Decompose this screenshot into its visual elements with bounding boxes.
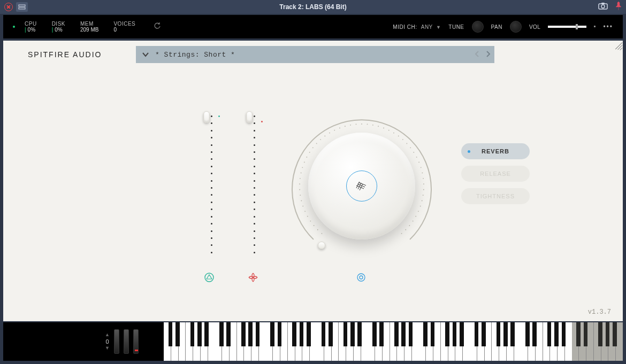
knob-face[interactable] <box>308 133 415 239</box>
svg-point-45 <box>416 157 417 158</box>
black-key[interactable] <box>394 322 399 346</box>
more-menu-icon[interactable]: ••• <box>603 23 613 30</box>
knob-indicator[interactable] <box>318 242 325 249</box>
black-key[interactable] <box>292 322 296 346</box>
preset-selector[interactable]: * Strings: Short * <box>136 46 494 63</box>
close-button[interactable] <box>4 3 13 11</box>
octave-down-icon[interactable]: ▼ <box>105 346 110 351</box>
black-key[interactable] <box>431 322 435 346</box>
window-menu-button[interactable] <box>16 2 28 12</box>
black-key[interactable] <box>562 322 566 346</box>
svg-point-13 <box>301 200 302 202</box>
midi-channel-selector[interactable]: MIDI CH: ANY ▼ <box>393 24 441 30</box>
black-key[interactable] <box>379 322 384 346</box>
black-key[interactable] <box>197 322 202 346</box>
black-key[interactable] <box>453 322 457 346</box>
pin-icon[interactable] <box>615 2 622 12</box>
black-key[interactable] <box>241 322 246 346</box>
octave-spinner[interactable]: ▲ 0 ▼ <box>105 332 110 351</box>
piano-keyboard[interactable] <box>164 322 623 361</box>
volume-slider[interactable] <box>548 26 586 28</box>
black-key[interactable] <box>613 322 617 346</box>
screenshot-icon[interactable] <box>598 2 608 12</box>
black-key[interactable] <box>307 322 311 346</box>
black-key[interactable] <box>357 322 362 346</box>
pitch-wheel[interactable] <box>114 329 119 354</box>
black-key[interactable] <box>190 322 195 346</box>
black-key[interactable] <box>510 322 515 346</box>
aftertouch-wheel[interactable] <box>133 329 139 354</box>
black-key[interactable] <box>598 322 602 346</box>
release-button[interactable]: RELEASE <box>461 166 530 182</box>
black-key[interactable] <box>584 322 588 346</box>
svg-point-61 <box>357 274 365 281</box>
svg-point-55 <box>418 211 419 212</box>
black-key[interactable] <box>460 322 464 346</box>
main-knob[interactable] <box>281 106 442 266</box>
status-indicator-icon <box>13 26 15 28</box>
black-key[interactable] <box>343 322 348 346</box>
black-key[interactable] <box>532 322 537 346</box>
black-key[interactable] <box>445 322 449 346</box>
svg-point-25 <box>320 139 321 140</box>
black-key[interactable] <box>475 322 479 346</box>
black-key[interactable] <box>423 322 427 346</box>
black-key[interactable] <box>606 322 610 346</box>
knob-target-icon <box>355 272 367 283</box>
black-key[interactable] <box>226 322 231 346</box>
black-key[interactable] <box>401 322 406 346</box>
mod-wheel[interactable] <box>124 329 129 354</box>
black-key[interactable] <box>547 322 552 346</box>
black-key[interactable] <box>372 322 377 346</box>
black-key[interactable] <box>497 322 501 346</box>
slider-accent-icon <box>218 115 220 117</box>
black-key[interactable] <box>525 322 530 346</box>
slider-handle[interactable] <box>203 111 210 123</box>
black-key[interactable] <box>554 322 559 346</box>
title-bar: Track 2: LABS (64 Bit) <box>0 0 626 14</box>
reverb-button[interactable]: REVERB <box>461 143 530 159</box>
level-meter-icon <box>594 23 596 30</box>
svg-point-44 <box>413 152 414 153</box>
svg-point-32 <box>356 124 357 125</box>
black-key[interactable] <box>409 322 413 346</box>
black-key[interactable] <box>482 322 486 346</box>
black-key[interactable] <box>300 322 304 346</box>
svg-point-8 <box>314 225 315 226</box>
black-key[interactable] <box>219 322 224 346</box>
black-key[interactable] <box>350 322 355 346</box>
preset-next-button[interactable] <box>486 50 490 59</box>
black-key[interactable] <box>329 322 333 346</box>
svg-point-19 <box>302 167 303 168</box>
expression-slider[interactable] <box>203 109 214 260</box>
svg-point-22 <box>309 152 310 153</box>
black-key[interactable] <box>175 322 180 346</box>
volume-handle[interactable] <box>576 24 578 29</box>
black-key[interactable] <box>256 322 260 346</box>
slider-handle[interactable] <box>246 111 253 123</box>
black-key[interactable] <box>270 322 274 346</box>
tune-knob[interactable] <box>472 21 484 33</box>
pan-knob[interactable] <box>510 21 522 33</box>
svg-point-49 <box>423 178 424 179</box>
octave-up-icon[interactable]: ▲ <box>105 332 110 337</box>
svg-point-59 <box>405 229 406 230</box>
black-key[interactable] <box>169 322 173 346</box>
svg-point-51 <box>423 189 424 190</box>
preset-prev-button[interactable] <box>475 50 479 59</box>
svg-point-10 <box>307 216 308 217</box>
svg-point-15 <box>299 189 300 190</box>
black-key[interactable] <box>248 322 253 346</box>
tightness-button[interactable]: TIGHTNESS <box>461 188 530 204</box>
resize-grip-icon[interactable] <box>613 41 623 50</box>
svg-point-27 <box>329 133 330 134</box>
refresh-icon[interactable] <box>154 22 161 31</box>
dynamics-slider[interactable] <box>246 109 257 260</box>
black-key[interactable] <box>204 322 209 346</box>
black-key[interactable] <box>576 322 581 346</box>
cpu-stat: CPU |0% <box>25 21 37 33</box>
black-key[interactable] <box>503 322 508 346</box>
black-key[interactable] <box>278 322 282 346</box>
svg-point-53 <box>422 200 423 202</box>
black-key[interactable] <box>322 322 326 346</box>
